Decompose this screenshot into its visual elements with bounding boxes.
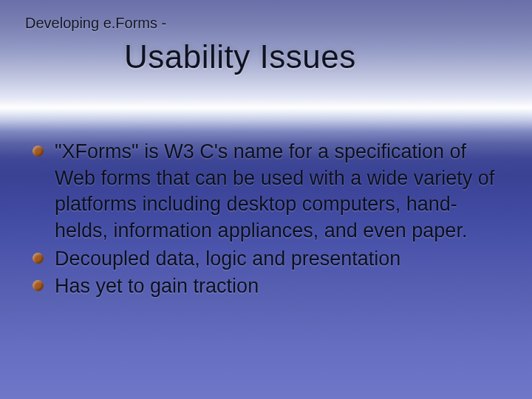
bullet-list: "XForms" is W3 C's name for a specificat… (30, 139, 505, 300)
bullet-item: Decoupled data, logic and presentation (30, 246, 505, 273)
slide-body: "XForms" is W3 C's name for a specificat… (30, 139, 505, 301)
bullet-item: Has yet to gain traction (30, 273, 505, 300)
pretitle: Developing e.Forms - (25, 15, 166, 32)
slide-title: Usability Issues (124, 38, 356, 75)
bullet-item: "XForms" is W3 C's name for a specificat… (30, 139, 505, 245)
slide: Developing e.Forms - Usability Issues "X… (0, 0, 532, 399)
